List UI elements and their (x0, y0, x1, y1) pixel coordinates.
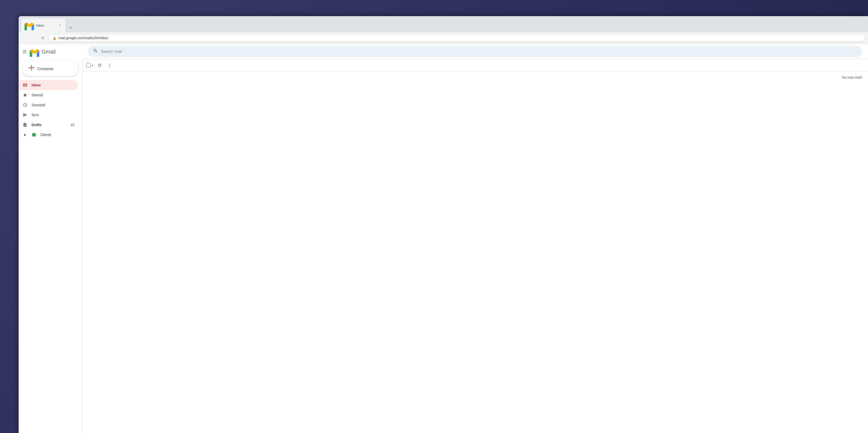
sidebar-item-starred[interactable]: Starred (19, 90, 78, 100)
mail-toolbar: ▼ (82, 59, 434, 71)
starred-label: Starred (31, 93, 43, 97)
snoozed-label: Snoozed (31, 103, 45, 107)
sidebar-item-drafts[interactable]: Drafts 15 (19, 120, 78, 130)
compose-button[interactable]: Compose (23, 61, 78, 76)
top-bar: Search mail (82, 44, 434, 59)
svg-point-3 (109, 65, 110, 66)
page-content: ☰ Gmail (19, 44, 434, 216)
expand-icon: ▶ (23, 132, 28, 137)
url-text: mail.google.com/mail/u/0/#inbox (59, 36, 108, 40)
select-checkbox (86, 63, 91, 67)
no-mail-message: No new mail! (82, 71, 434, 83)
drafts-badge: 15 (71, 123, 74, 127)
browser-chrome: Inbox × + ← → ↻ 🔒 mail.google.com/mail/u… (19, 16, 434, 44)
tab-close-button[interactable]: × (58, 23, 62, 28)
sidebar-item-inbox[interactable]: Inbox (19, 80, 78, 90)
svg-point-4 (109, 66, 110, 67)
clients-dot (32, 133, 36, 137)
browser-tab-active[interactable]: Inbox × (21, 18, 66, 32)
clients-label: Clients (40, 133, 51, 137)
svg-point-2 (109, 63, 110, 64)
inbox-label: Inbox (31, 83, 41, 87)
drafts-label: Drafts (31, 123, 41, 127)
label-icon (31, 132, 36, 137)
refresh-button[interactable] (96, 61, 104, 69)
search-box[interactable]: Search mail (88, 46, 434, 57)
sidebar-item-clients[interactable]: ▶ Clients (19, 130, 78, 140)
reload-button[interactable]: ↻ (39, 34, 46, 41)
draft-icon (23, 122, 28, 127)
compose-icon (29, 65, 34, 71)
sidebar-item-sent[interactable]: Sent (19, 110, 78, 120)
inbox-icon (23, 83, 28, 88)
url-bar[interactable]: 🔒 mail.google.com/mail/u/0/#inbox (49, 34, 434, 42)
gmail-text: Gmail (41, 49, 56, 55)
star-icon (23, 92, 28, 97)
select-dropdown[interactable]: ▼ (86, 63, 94, 67)
more-options-button[interactable] (106, 61, 114, 69)
gmail-m-icon (30, 47, 39, 57)
sidebar: ☰ Gmail (19, 44, 82, 216)
compose-label: Compose (37, 66, 53, 71)
main-content: Search mail ▼ (82, 44, 434, 216)
tab-bar: Inbox × + (19, 16, 434, 32)
mail-area: ▼ No new mail! (82, 59, 434, 216)
select-arrow: ▼ (91, 64, 94, 67)
search-icon (93, 48, 98, 55)
address-bar: ← → ↻ 🔒 mail.google.com/mail/u/0/#inbox (19, 32, 434, 44)
sidebar-item-snoozed[interactable]: Snoozed (19, 100, 78, 110)
send-icon (23, 112, 28, 117)
tab-favicon (24, 20, 34, 30)
search-placeholder: Search mail (101, 49, 122, 54)
gmail-logo: Gmail (30, 47, 56, 57)
back-button[interactable]: ← (22, 34, 29, 41)
compose-plus-icon (29, 65, 34, 72)
new-tab-button[interactable]: + (67, 24, 75, 32)
menu-icon[interactable]: ☰ (21, 47, 29, 57)
forward-button[interactable]: → (31, 34, 37, 41)
lock-icon: 🔒 (53, 36, 57, 40)
sent-label: Sent (31, 113, 39, 117)
browser-window: Inbox × + ← → ↻ 🔒 mail.google.com/mail/u… (19, 16, 434, 216)
tab-title: Inbox (36, 24, 56, 27)
clock-icon (23, 103, 28, 108)
